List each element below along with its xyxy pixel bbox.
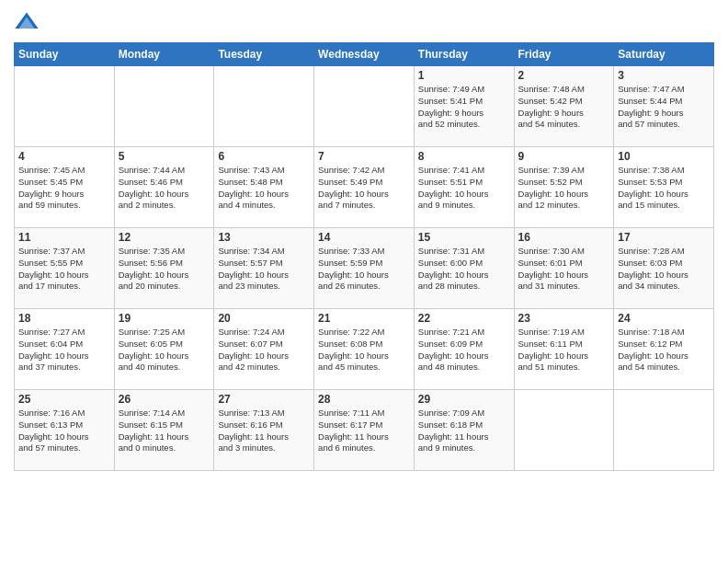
calendar-cell: 26Sunrise: 7:14 AM Sunset: 6:15 PM Dayli… <box>114 390 214 471</box>
day-info: Sunrise: 7:31 AM Sunset: 6:00 PM Dayligh… <box>418 246 510 293</box>
header <box>14 9 714 35</box>
calendar-cell: 2Sunrise: 7:48 AM Sunset: 5:42 PM Daylig… <box>514 66 614 147</box>
calendar-cell: 12Sunrise: 7:35 AM Sunset: 5:56 PM Dayli… <box>114 228 214 309</box>
calendar-cell: 21Sunrise: 7:22 AM Sunset: 6:08 PM Dayli… <box>314 309 415 390</box>
day-number: 25 <box>18 393 110 406</box>
calendar-cell: 22Sunrise: 7:21 AM Sunset: 6:09 PM Dayli… <box>414 309 514 390</box>
day-number: 16 <box>518 231 610 244</box>
page: SundayMondayTuesdayWednesdayThursdayFrid… <box>0 0 728 563</box>
calendar-cell: 25Sunrise: 7:16 AM Sunset: 6:13 PM Dayli… <box>15 390 115 471</box>
calendar-cell <box>614 390 714 471</box>
weekday-header-thursday: Thursday <box>414 43 514 66</box>
calendar-cell: 23Sunrise: 7:19 AM Sunset: 6:11 PM Dayli… <box>514 309 614 390</box>
day-number: 2 <box>518 69 610 82</box>
logo <box>14 9 43 35</box>
calendar-cell: 24Sunrise: 7:18 AM Sunset: 6:12 PM Dayli… <box>614 309 714 390</box>
calendar-cell <box>15 66 115 147</box>
day-number: 15 <box>418 231 510 244</box>
day-info: Sunrise: 7:35 AM Sunset: 5:56 PM Dayligh… <box>119 246 210 293</box>
calendar-cell <box>314 66 415 147</box>
weekday-header-friday: Friday <box>514 43 614 66</box>
day-number: 7 <box>318 150 410 163</box>
weekday-header-saturday: Saturday <box>614 43 714 66</box>
day-info: Sunrise: 7:28 AM Sunset: 6:03 PM Dayligh… <box>618 246 710 293</box>
day-info: Sunrise: 7:19 AM Sunset: 6:11 PM Dayligh… <box>518 327 610 373</box>
day-info: Sunrise: 7:18 AM Sunset: 6:12 PM Dayligh… <box>618 327 710 373</box>
day-info: Sunrise: 7:49 AM Sunset: 5:41 PM Dayligh… <box>418 84 510 131</box>
day-number: 3 <box>618 69 710 82</box>
day-number: 14 <box>318 231 410 244</box>
calendar-week-row: 11Sunrise: 7:37 AM Sunset: 5:55 PM Dayli… <box>15 228 714 309</box>
day-number: 20 <box>218 312 310 325</box>
day-info: Sunrise: 7:48 AM Sunset: 5:42 PM Dayligh… <box>518 84 610 131</box>
day-info: Sunrise: 7:41 AM Sunset: 5:51 PM Dayligh… <box>418 165 510 212</box>
day-info: Sunrise: 7:44 AM Sunset: 5:46 PM Dayligh… <box>119 165 210 212</box>
day-number: 17 <box>618 231 710 244</box>
calendar-cell: 9Sunrise: 7:39 AM Sunset: 5:52 PM Daylig… <box>514 147 614 228</box>
calendar-week-row: 18Sunrise: 7:27 AM Sunset: 6:04 PM Dayli… <box>15 309 714 390</box>
day-number: 6 <box>218 150 310 163</box>
calendar-cell: 27Sunrise: 7:13 AM Sunset: 6:16 PM Dayli… <box>214 390 314 471</box>
day-number: 26 <box>119 393 210 406</box>
calendar-cell: 6Sunrise: 7:43 AM Sunset: 5:48 PM Daylig… <box>214 147 314 228</box>
day-info: Sunrise: 7:33 AM Sunset: 5:59 PM Dayligh… <box>318 246 410 293</box>
calendar-cell: 14Sunrise: 7:33 AM Sunset: 5:59 PM Dayli… <box>314 228 415 309</box>
day-info: Sunrise: 7:11 AM Sunset: 6:17 PM Dayligh… <box>318 408 410 454</box>
calendar-cell: 7Sunrise: 7:42 AM Sunset: 5:49 PM Daylig… <box>314 147 415 228</box>
day-number: 11 <box>18 231 110 244</box>
calendar-cell <box>514 390 614 471</box>
day-number: 19 <box>119 312 210 325</box>
calendar-cell: 17Sunrise: 7:28 AM Sunset: 6:03 PM Dayli… <box>614 228 714 309</box>
day-number: 5 <box>119 150 210 163</box>
day-number: 8 <box>418 150 510 163</box>
day-info: Sunrise: 7:09 AM Sunset: 6:18 PM Dayligh… <box>418 408 510 454</box>
weekday-header-row: SundayMondayTuesdayWednesdayThursdayFrid… <box>15 43 714 66</box>
calendar-week-row: 1Sunrise: 7:49 AM Sunset: 5:41 PM Daylig… <box>15 66 714 147</box>
day-number: 12 <box>119 231 210 244</box>
day-number: 22 <box>418 312 510 325</box>
day-number: 27 <box>218 393 310 406</box>
calendar-cell: 8Sunrise: 7:41 AM Sunset: 5:51 PM Daylig… <box>414 147 514 228</box>
day-info: Sunrise: 7:22 AM Sunset: 6:08 PM Dayligh… <box>318 327 410 373</box>
calendar-cell: 15Sunrise: 7:31 AM Sunset: 6:00 PM Dayli… <box>414 228 514 309</box>
calendar-cell: 13Sunrise: 7:34 AM Sunset: 5:57 PM Dayli… <box>214 228 314 309</box>
day-info: Sunrise: 7:39 AM Sunset: 5:52 PM Dayligh… <box>518 165 610 212</box>
calendar-cell <box>114 66 214 147</box>
day-number: 4 <box>18 150 110 163</box>
day-info: Sunrise: 7:45 AM Sunset: 5:45 PM Dayligh… <box>18 165 110 212</box>
day-info: Sunrise: 7:38 AM Sunset: 5:53 PM Dayligh… <box>618 165 710 212</box>
day-info: Sunrise: 7:14 AM Sunset: 6:15 PM Dayligh… <box>119 408 210 454</box>
day-number: 10 <box>618 150 710 163</box>
day-info: Sunrise: 7:30 AM Sunset: 6:01 PM Dayligh… <box>518 246 610 293</box>
weekday-header-sunday: Sunday <box>15 43 115 66</box>
day-info: Sunrise: 7:24 AM Sunset: 6:07 PM Dayligh… <box>218 327 310 373</box>
day-number: 18 <box>18 312 110 325</box>
calendar-cell: 10Sunrise: 7:38 AM Sunset: 5:53 PM Dayli… <box>614 147 714 228</box>
calendar-cell <box>214 66 314 147</box>
day-info: Sunrise: 7:13 AM Sunset: 6:16 PM Dayligh… <box>218 408 310 454</box>
day-info: Sunrise: 7:34 AM Sunset: 5:57 PM Dayligh… <box>218 246 310 293</box>
calendar-cell: 16Sunrise: 7:30 AM Sunset: 6:01 PM Dayli… <box>514 228 614 309</box>
calendar-cell: 18Sunrise: 7:27 AM Sunset: 6:04 PM Dayli… <box>15 309 115 390</box>
calendar-cell: 4Sunrise: 7:45 AM Sunset: 5:45 PM Daylig… <box>15 147 115 228</box>
calendar-week-row: 4Sunrise: 7:45 AM Sunset: 5:45 PM Daylig… <box>15 147 714 228</box>
logo-icon <box>14 9 40 35</box>
day-info: Sunrise: 7:27 AM Sunset: 6:04 PM Dayligh… <box>18 327 110 373</box>
day-number: 28 <box>318 393 410 406</box>
calendar-cell: 28Sunrise: 7:11 AM Sunset: 6:17 PM Dayli… <box>314 390 415 471</box>
day-number: 9 <box>518 150 610 163</box>
day-number: 23 <box>518 312 610 325</box>
calendar-cell: 11Sunrise: 7:37 AM Sunset: 5:55 PM Dayli… <box>15 228 115 309</box>
calendar-cell: 19Sunrise: 7:25 AM Sunset: 6:05 PM Dayli… <box>114 309 214 390</box>
calendar-cell: 5Sunrise: 7:44 AM Sunset: 5:46 PM Daylig… <box>114 147 214 228</box>
calendar-cell: 29Sunrise: 7:09 AM Sunset: 6:18 PM Dayli… <box>414 390 514 471</box>
day-info: Sunrise: 7:16 AM Sunset: 6:13 PM Dayligh… <box>18 408 110 454</box>
day-info: Sunrise: 7:43 AM Sunset: 5:48 PM Dayligh… <box>218 165 310 212</box>
day-info: Sunrise: 7:37 AM Sunset: 5:55 PM Dayligh… <box>18 246 110 293</box>
weekday-header-tuesday: Tuesday <box>214 43 314 66</box>
day-number: 21 <box>318 312 410 325</box>
day-number: 13 <box>218 231 310 244</box>
calendar-cell: 1Sunrise: 7:49 AM Sunset: 5:41 PM Daylig… <box>414 66 514 147</box>
day-info: Sunrise: 7:42 AM Sunset: 5:49 PM Dayligh… <box>318 165 410 212</box>
calendar-cell: 3Sunrise: 7:47 AM Sunset: 5:44 PM Daylig… <box>614 66 714 147</box>
